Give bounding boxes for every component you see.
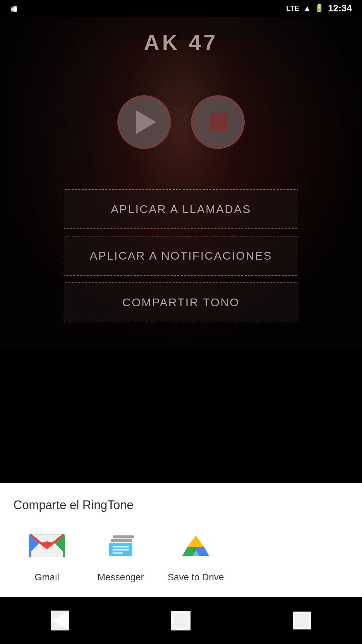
back-icon <box>52 611 68 630</box>
share-panel: Comparte el RingTone Gmail <box>0 483 362 597</box>
gmail-icon <box>27 526 67 566</box>
drive-logo <box>177 532 214 559</box>
home-button[interactable] <box>171 611 191 631</box>
messenger-label: Messenger <box>98 572 144 583</box>
nav-bar <box>0 597 362 644</box>
share-messenger[interactable]: Messenger <box>94 526 147 583</box>
action-buttons: APLICAR A LLAMADAS APLICAR A NOTIFICACIO… <box>64 189 298 322</box>
drive-label: Save to Drive <box>168 572 224 583</box>
apply-calls-button[interactable]: APLICAR A LLAMADAS <box>64 189 298 229</box>
stop-icon <box>209 113 227 131</box>
status-bar-left: ▦ <box>10 4 18 13</box>
gmail-label: Gmail <box>35 572 59 583</box>
share-gmail[interactable]: Gmail <box>20 526 74 583</box>
svg-marker-14 <box>187 536 204 547</box>
share-tone-button[interactable]: COMPARTIR TONO <box>64 282 298 322</box>
lte-icon: LTE <box>286 4 300 13</box>
signal-icon: ▲ <box>304 4 311 13</box>
messenger-logo <box>102 532 139 559</box>
playback-controls <box>117 95 245 149</box>
svg-rect-6 <box>113 535 134 538</box>
drive-icon <box>176 526 216 566</box>
play-icon <box>136 110 156 134</box>
status-icons: LTE ▲ 🔋 12:34 <box>286 3 352 14</box>
share-apps-list: Gmail Messenger <box>0 522 362 586</box>
home-icon <box>172 611 190 630</box>
recent-icon <box>294 612 310 629</box>
back-button[interactable] <box>51 610 69 631</box>
app-title: AK 47 <box>144 30 218 55</box>
clock: 12:34 <box>328 3 352 14</box>
sim-icon: ▦ <box>10 4 18 13</box>
gmail-logo <box>28 532 65 559</box>
svg-rect-7 <box>111 539 132 542</box>
stop-button[interactable] <box>191 95 245 149</box>
main-content: AK 47 APLICAR A LLAMADAS APLICAR A NOTIF… <box>0 0 362 349</box>
apply-notifications-button[interactable]: APLICAR A NOTIFICACIONES <box>64 236 298 276</box>
share-title: Comparte el RingTone <box>0 483 362 522</box>
messenger-icon <box>101 526 141 566</box>
share-drive[interactable]: Save to Drive <box>168 526 224 583</box>
recent-button[interactable] <box>293 611 311 630</box>
status-bar: ▦ LTE ▲ 🔋 12:34 <box>0 0 362 17</box>
play-button[interactable] <box>117 95 171 149</box>
battery-icon: 🔋 <box>315 4 324 13</box>
